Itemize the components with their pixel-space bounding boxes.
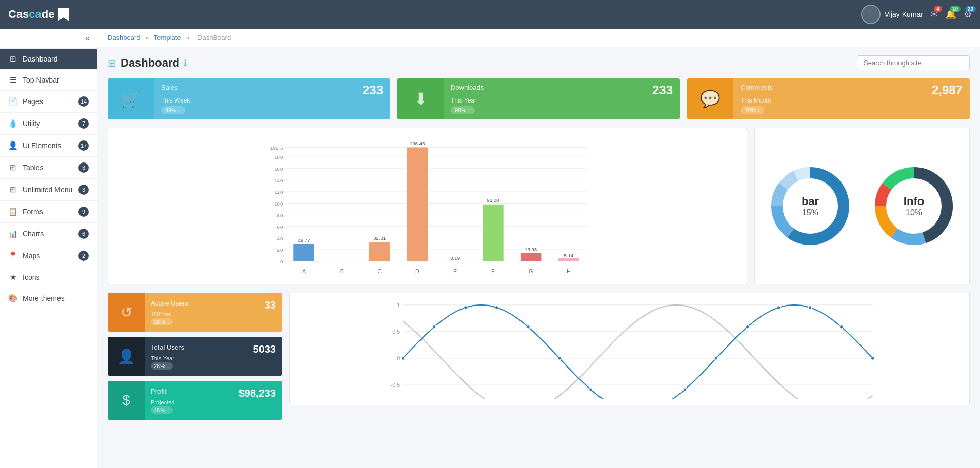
- sidebar-badge-tables: 3: [78, 162, 89, 173]
- line-chart-panel: -0.500.51: [289, 293, 970, 405]
- stat-card-icon-sales: 🛒: [108, 78, 154, 119]
- svg-text:80: 80: [277, 213, 283, 218]
- sidebar-item-unlimited-menu[interactable]: ⊞ Unlimited Menu 3: [0, 179, 97, 201]
- svg-point-58: [495, 306, 498, 309]
- sidebar-item-pages[interactable]: 📄 Pages 14: [0, 91, 97, 113]
- sidebar-item-icons[interactable]: ★ Icons: [0, 267, 97, 288]
- sidebar-item-ui-elements[interactable]: 👤 Ui Elements 17: [0, 135, 97, 157]
- svg-text:160: 160: [274, 166, 283, 172]
- gear-badge: 20: [965, 6, 976, 12]
- stat-card-icon-downloads: ⬇: [397, 78, 444, 119]
- sidebar-item-forms[interactable]: 📋 Forms 9: [0, 201, 97, 223]
- svg-text:E: E: [453, 269, 457, 275]
- breadcrumb-home[interactable]: Dashboard: [108, 34, 141, 42]
- mini-sub-total-users: This Year: [151, 355, 276, 361]
- svg-text:1: 1: [397, 302, 400, 308]
- svg-text:C: C: [377, 269, 382, 275]
- sidebar-item-more-themes[interactable]: 🎨 More themes: [0, 288, 97, 309]
- svg-text:0: 0: [397, 356, 400, 362]
- bell-button[interactable]: 🔔 10: [945, 9, 956, 20]
- stat-card-sub-downloads: This Year: [451, 97, 673, 104]
- stat-card-value-comments: 2,987: [932, 84, 963, 97]
- svg-text:196.5: 196.5: [270, 145, 283, 151]
- svg-text:32.81: 32.81: [373, 236, 386, 241]
- stat-card-comments: 💬 Comments 2,987 This Month 78% ↑: [687, 78, 970, 119]
- stat-card-title-sales: Sales: [161, 84, 178, 91]
- svg-text:29.77: 29.77: [297, 237, 310, 243]
- sidebar-badge-charts: 6: [78, 229, 89, 239]
- svg-text:120: 120: [274, 190, 283, 195]
- svg-text:98.08: 98.08: [487, 198, 499, 204]
- sidebar-icon-forms: 📋: [8, 207, 17, 216]
- svg-text:H: H: [567, 269, 571, 275]
- sidebar-icon-utility: 💧: [8, 119, 17, 128]
- sidebar-item-left: ⊞ Unlimited Menu: [8, 185, 72, 194]
- stat-card-pct-downloads: 98% ↑: [451, 106, 475, 114]
- info-icon[interactable]: ℹ: [184, 58, 187, 68]
- sidebar-label-charts: Charts: [23, 230, 44, 238]
- stat-card-body-comments: Comments 2,987 This Month 78% ↑: [733, 78, 970, 119]
- donut-label-info-donut: Info: [904, 195, 924, 208]
- svg-text:20: 20: [277, 248, 283, 253]
- sidebar-item-utility[interactable]: 💧 Utility 7: [0, 113, 97, 135]
- donut-pct-bar-donut: 15%: [802, 208, 819, 217]
- sidebar-label-utility: Utility: [23, 119, 40, 128]
- svg-point-64: [683, 388, 686, 391]
- svg-rect-39: [521, 253, 542, 261]
- donut-container-info-donut: Info 10%: [870, 162, 957, 250]
- mini-value-total-users: 5033: [253, 343, 276, 355]
- mini-body-active-users: Active Users 33 1500ms 28% ↓: [145, 293, 282, 332]
- mini-pct-total-users: 28% ↓: [151, 362, 173, 370]
- svg-point-56: [432, 325, 435, 329]
- sidebar-label-dashboard: Dashboard: [23, 55, 58, 63]
- mini-sub-profit: Projected: [151, 399, 276, 405]
- sidebar-label-forms: Forms: [23, 208, 43, 216]
- bell-badge: 10: [950, 6, 961, 12]
- svg-point-55: [401, 357, 404, 360]
- stat-card-title-comments: Comments: [741, 84, 773, 91]
- mini-title-total-users: Total Users: [151, 343, 184, 351]
- bar-chart-svg: 020406080100120140160180196.529.77AB32.8…: [114, 134, 741, 278]
- sidebar-icon-dashboard: ⊞: [8, 54, 17, 64]
- sidebar-item-tables[interactable]: ⊞ Tables 3: [0, 157, 97, 179]
- sidebar-label-top-navbar: Top Navbar: [23, 76, 59, 84]
- logo-bookmark-icon: [58, 8, 69, 21]
- breadcrumb-template[interactable]: Template: [154, 34, 181, 42]
- stat-card-sub-comments: This Month: [741, 97, 963, 104]
- donut-center-bar-donut: bar 15%: [802, 195, 819, 217]
- svg-text:180: 180: [274, 155, 283, 160]
- sidebar-item-left: 📄 Pages: [8, 97, 43, 106]
- svg-point-60: [558, 357, 561, 360]
- svg-text:0.5: 0.5: [392, 329, 400, 335]
- svg-text:0: 0: [280, 259, 283, 264]
- sidebar-item-maps[interactable]: 📍 Maps 2: [0, 245, 97, 267]
- svg-text:G: G: [529, 269, 533, 275]
- donut-pct-info-donut: 10%: [904, 208, 924, 217]
- sidebar-item-charts[interactable]: 📊 Charts 6: [0, 223, 97, 245]
- sidebar-item-top-navbar[interactable]: ☰ Top Navbar: [0, 70, 97, 91]
- sidebar-item-dashboard[interactable]: ⊞ Dashboard: [0, 49, 97, 70]
- gear-button[interactable]: ⚙ 20: [964, 9, 972, 20]
- sidebar-icon-charts: 📊: [8, 229, 17, 238]
- sidebar-badge-maps: 2: [78, 251, 89, 261]
- mini-pct-active-users: 28% ↓: [151, 318, 173, 325]
- logo[interactable]: Cascade: [8, 8, 69, 21]
- top-navbar: Cascade Vijay Kumar ✉ 4 🔔 10 ⚙ 20: [0, 0, 980, 29]
- svg-point-61: [589, 388, 592, 391]
- sidebar-icon-more-themes: 🎨: [8, 294, 17, 303]
- sidebar-badge-unlimited-menu: 3: [78, 185, 89, 195]
- breadcrumb-sep1: »: [145, 34, 149, 42]
- sidebar-icon-tables: ⊞: [8, 163, 17, 172]
- breadcrumb-current: DashBoard: [197, 34, 231, 42]
- svg-rect-42: [558, 258, 579, 261]
- sidebar-label-maps: Maps: [23, 252, 40, 260]
- mail-button[interactable]: ✉ 4: [930, 9, 938, 20]
- svg-text:B: B: [340, 269, 344, 275]
- mini-body-profit: Profit $98,233 Projected 48% ↑: [145, 381, 282, 420]
- svg-text:5.14: 5.14: [564, 253, 573, 258]
- sidebar-icon-top-navbar: ☰: [8, 75, 17, 85]
- search-input[interactable]: [857, 55, 970, 70]
- sidebar-item-left: 🎨 More themes: [8, 294, 65, 303]
- sidebar-icon-unlimited-menu: ⊞: [8, 185, 17, 194]
- sidebar-collapse-button[interactable]: «: [0, 29, 97, 49]
